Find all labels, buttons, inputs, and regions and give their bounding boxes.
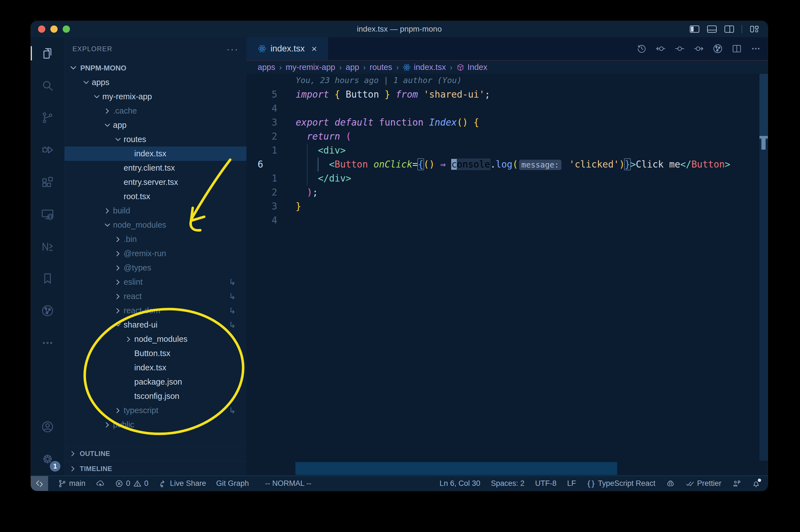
section-header-timeline[interactable]: TIMELINE (64, 461, 246, 476)
status-feedback[interactable] (732, 479, 741, 488)
close-tab-icon[interactable]: × (311, 43, 317, 54)
tree-item--cache[interactable]: .cache (64, 104, 246, 118)
code-text: return ( (296, 131, 351, 142)
status-git-graph[interactable]: Git Graph (216, 479, 249, 488)
breadcrumb-item-my-remix-app[interactable]: my-remix-app (286, 63, 335, 72)
more-icon (41, 336, 54, 349)
tree-item-package-json[interactable]: npmpackage.json (64, 375, 246, 389)
activitybar-item-more[interactable] (31, 327, 64, 359)
tree-item-button-tsx[interactable]: Button.tsx (64, 346, 246, 361)
vertical-scrollbar[interactable] (759, 74, 768, 461)
section-header-outline[interactable]: OUTLINE (64, 446, 246, 461)
tree-item-react[interactable]: react↳ (64, 289, 246, 303)
close-window-button[interactable] (38, 25, 45, 33)
nav-back-icon[interactable] (655, 43, 666, 54)
tree-item-typescript[interactable]: TStypescript↳ (64, 403, 246, 418)
status-main[interactable]: main (58, 479, 85, 488)
git-blame-annotation: You, 23 hours ago | 1 author (You) (246, 75, 768, 85)
activitybar-item-bookmarks[interactable] (31, 262, 64, 294)
tree-item-index-tsx[interactable]: index.tsx (64, 361, 246, 375)
horizontal-scrollbar-thumb[interactable] (296, 462, 617, 475)
git-graph-icon[interactable] (712, 43, 723, 54)
timeline-clock-icon[interactable] (636, 43, 647, 54)
tree-item-app[interactable]: app (64, 118, 246, 132)
ellipsis-icon[interactable] (750, 43, 761, 54)
tree-item-routes[interactable]: routes (64, 132, 246, 147)
token: onClick (374, 159, 412, 170)
activitybar-item-source-control[interactable] (31, 101, 64, 134)
status-cloud-upload[interactable] (96, 479, 104, 488)
status-copilot[interactable] (666, 479, 675, 488)
activitybar-item-run-debug[interactable] (31, 134, 64, 166)
workspace-section-header[interactable]: PNPM-MONO (64, 61, 246, 75)
chevron-right-icon (112, 289, 123, 303)
status-utf-8[interactable]: UTF-8 (535, 479, 557, 488)
status-live-share[interactable]: Live Share (158, 479, 206, 488)
tree-item--bin[interactable]: 0110.bin (64, 232, 246, 246)
tree-item-public[interactable]: public (64, 418, 246, 432)
status-bell[interactable] (751, 479, 761, 488)
status-lf[interactable]: LF (567, 479, 576, 488)
sidebar-more-icon[interactable]: ··· (227, 44, 239, 55)
tree-item-entry-client-tsx[interactable]: entry.client.tsx (64, 161, 246, 175)
remote-indicator[interactable] (31, 476, 48, 491)
tree-item-node-modules[interactable]: jsnode_modules (64, 332, 246, 346)
token: log (496, 159, 512, 170)
nav-circle-icon[interactable] (674, 43, 685, 54)
tree-item-react-dom[interactable]: react-dom↳ (64, 303, 246, 318)
customize-layout-icon[interactable] (749, 25, 759, 33)
breadcrumb-item-index-tsx[interactable]: index.tsx (402, 63, 445, 72)
tree-item-root-tsx[interactable]: root.tsx (64, 189, 246, 204)
split-editor-icon[interactable] (731, 43, 742, 54)
tab-bar: index.tsx × (246, 37, 768, 61)
nav-forward-icon[interactable] (693, 43, 704, 54)
chevron-spacer (123, 389, 134, 403)
breadcrumb-item-apps[interactable]: apps (258, 63, 275, 72)
tree-item-tsconfig-json[interactable]: TStsconfig.json (64, 389, 246, 403)
vertical-scrollbar-thumb[interactable] (759, 74, 768, 139)
status-prettier[interactable]: Prettier (686, 479, 721, 488)
line-number: 1 (246, 171, 296, 186)
layout-panel-icon[interactable] (707, 25, 717, 33)
activitybar-item-remote-explorer[interactable] (31, 198, 64, 230)
tree-item-build[interactable]: build (64, 204, 246, 218)
chevron-spacer (123, 346, 134, 361)
tree-item--types[interactable]: TS@types (64, 261, 246, 275)
status-ln-6-col-30[interactable]: Ln 6, Col 30 (439, 479, 480, 488)
run-debug-icon (41, 143, 54, 157)
layout-split-icon[interactable] (724, 25, 734, 33)
tree-item-node-modules[interactable]: jsnode_modules (64, 218, 246, 232)
activitybar-bottom: 1 (31, 411, 64, 476)
zoom-window-button[interactable] (63, 25, 70, 33)
breadcrumb-item-app[interactable]: app (346, 63, 359, 72)
status-spaces-2[interactable]: Spaces: 2 (491, 479, 525, 488)
layout-sidebar-icon[interactable] (689, 25, 700, 33)
status-typescript-react[interactable]: {}TypeScript React (587, 479, 655, 488)
tree-item-apps[interactable]: apps (64, 75, 246, 90)
tree-item-eslint[interactable]: eslint↳ (64, 275, 246, 289)
tree-item-label: .bin (123, 235, 137, 244)
tree-item-entry-server-tsx[interactable]: entry.server.tsx (64, 175, 246, 189)
activitybar-item-search[interactable] (31, 69, 64, 101)
status-normal[interactable]: -- NORMAL -- (265, 479, 311, 488)
activitybar-item-git-graph[interactable] (31, 294, 64, 327)
breadcrumb-item-routes[interactable]: routes (370, 63, 393, 72)
tree-item-index-tsx[interactable]: index.tsx (64, 147, 246, 161)
minimize-window-button[interactable] (50, 25, 58, 33)
activitybar-item-extensions[interactable] (31, 166, 64, 198)
activitybar-item-nx-console[interactable] (31, 230, 64, 262)
chevron-spacer (123, 361, 134, 375)
tab-index-tsx[interactable]: index.tsx × (246, 37, 328, 60)
status-0[interactable]: 00 (115, 479, 149, 488)
tree-item-my-remix-app[interactable]: my-remix-app (64, 90, 246, 104)
status-bar: main00Live ShareGit Graph-- NORMAL -- Ln… (31, 475, 768, 491)
activitybar-item-explorer[interactable] (31, 37, 64, 69)
code-editor[interactable]: You, 23 hours ago | 1 author (You) 5impo… (246, 74, 768, 476)
activitybar-item-account[interactable] (31, 411, 64, 443)
activitybar-item-settings[interactable]: 1 (31, 443, 64, 475)
titlebar-layout-controls (689, 25, 768, 33)
breadcrumb-item-index[interactable]: Index (456, 63, 487, 72)
tree-item--remix-run[interactable]: @remix-run (64, 246, 246, 261)
account-icon (41, 420, 54, 434)
tree-item-shared-ui[interactable]: shared-ui↳ (64, 318, 246, 332)
